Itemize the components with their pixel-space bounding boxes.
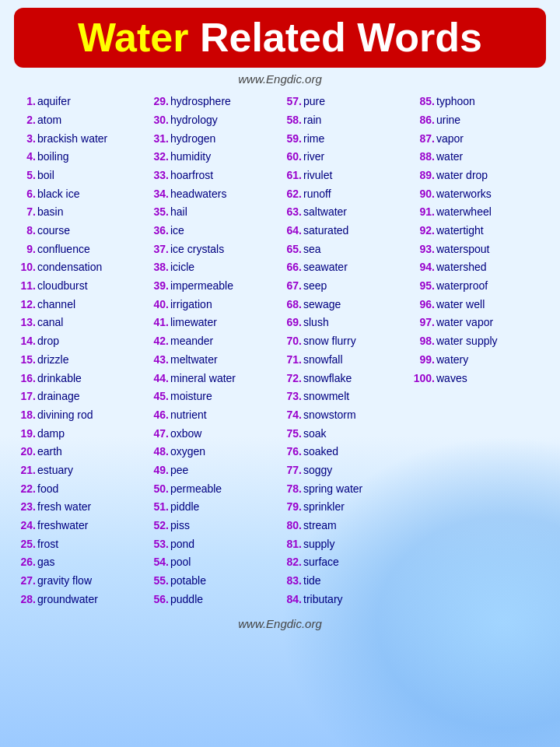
list-item: 60.river (280, 149, 413, 166)
list-item: 41.limewater (147, 314, 280, 331)
word-number: 81. (280, 536, 302, 553)
word-number: 55. (147, 573, 169, 590)
word-text: earth (37, 444, 62, 461)
list-item: 52.piss (147, 517, 280, 535)
word-number: 58. (280, 112, 302, 129)
list-item: 58.rain (280, 112, 413, 129)
word-text: limewater (170, 314, 217, 331)
word-number: 21. (14, 462, 36, 479)
word-text: ice crystals (170, 241, 224, 258)
word-number: 74. (280, 407, 302, 424)
word-number: 46. (147, 407, 169, 424)
word-number: 99. (413, 352, 435, 369)
word-text: oxygen (170, 444, 205, 461)
list-item: 62.runoff (280, 186, 413, 203)
list-item: 99.watery (413, 352, 546, 369)
list-item: 2.atom (14, 112, 147, 129)
list-item: 35.hail (147, 204, 280, 221)
word-text: drainage (37, 388, 80, 405)
word-number: 66. (280, 259, 302, 276)
list-item: 40.irrigation (147, 296, 280, 314)
word-number: 25. (14, 536, 36, 553)
word-number: 92. (413, 223, 435, 240)
word-number: 22. (14, 481, 36, 498)
word-number: 4. (14, 149, 36, 166)
list-item: 6.black ice (14, 186, 147, 203)
list-item: 90.waterworks (413, 186, 546, 203)
list-item: 15.drizzle (14, 352, 147, 369)
list-item: 72.snowflake (280, 370, 413, 388)
word-text: waterspout (436, 241, 489, 258)
word-text: pond (170, 536, 194, 553)
word-text: soak (303, 426, 327, 443)
word-text: sewage (303, 296, 341, 314)
word-number: 75. (280, 426, 302, 443)
list-item: 33.hoarfrost (147, 167, 280, 184)
word-number: 13. (14, 314, 36, 331)
word-number: 90. (413, 186, 435, 203)
word-number: 26. (14, 554, 36, 571)
word-number: 32. (147, 149, 169, 166)
word-number: 15. (14, 352, 36, 369)
word-number: 89. (413, 167, 435, 184)
word-number: 71. (280, 352, 302, 369)
word-column-3: 57.pure58.rain59.rime60.river61.rivulet6… (280, 93, 413, 608)
list-item: 66.seawater (280, 259, 413, 276)
word-text: fresh water (37, 499, 91, 516)
word-number: 76. (280, 444, 302, 461)
list-item: 80.stream (280, 517, 413, 535)
list-item: 85.typhoon (413, 93, 546, 110)
word-column-1: 1.aquifer2.atom3.brackish water4.boiling… (14, 93, 147, 608)
word-number: 27. (14, 573, 36, 590)
word-number: 50. (147, 481, 169, 498)
list-item: 71.snowfall (280, 352, 413, 369)
word-number: 39. (147, 278, 169, 295)
word-number: 48. (147, 444, 169, 461)
word-number: 20. (14, 444, 36, 461)
list-item: 88.water (413, 149, 546, 166)
word-text: black ice (37, 186, 79, 203)
word-text: mineral water (170, 370, 236, 388)
word-text: divining rod (37, 407, 93, 424)
word-number: 1. (14, 93, 36, 110)
word-number: 52. (147, 517, 169, 535)
list-item: 98.water supply (413, 333, 546, 350)
word-text: surface (303, 554, 339, 571)
word-number: 83. (280, 573, 302, 590)
word-text: seawater (303, 259, 348, 276)
list-item: 82.surface (280, 554, 413, 571)
word-text: oxbow (170, 426, 201, 443)
list-item: 77.soggy (280, 462, 413, 479)
list-item: 51.piddle (147, 499, 280, 516)
word-number: 3. (14, 131, 36, 148)
list-item: 45.moisture (147, 388, 280, 405)
word-number: 88. (413, 149, 435, 166)
word-text: icicle (170, 259, 194, 276)
word-text: seep (303, 278, 327, 295)
word-number: 35. (147, 204, 169, 221)
word-text: canal (37, 314, 63, 331)
list-item: 23.fresh water (14, 499, 147, 516)
word-number: 31. (147, 131, 169, 148)
list-item: 47.oxbow (147, 426, 280, 443)
word-text: slush (303, 314, 329, 331)
list-item: 48.oxygen (147, 444, 280, 461)
word-number: 6. (14, 186, 36, 203)
word-text: watershed (436, 259, 487, 276)
word-text: saltwater (303, 204, 347, 221)
word-number: 87. (413, 131, 435, 148)
list-item: 59.rime (280, 131, 413, 148)
word-number: 53. (147, 536, 169, 553)
word-text: water supply (436, 333, 498, 350)
word-number: 86. (413, 112, 435, 129)
word-number: 91. (413, 204, 435, 221)
list-item: 76.soaked (280, 444, 413, 461)
word-number: 69. (280, 314, 302, 331)
word-text: basin (37, 204, 63, 221)
word-text: water drop (436, 167, 488, 184)
list-item: 13.canal (14, 314, 147, 331)
list-item: 93.waterspout (413, 241, 546, 258)
word-number: 5. (14, 167, 36, 184)
word-number: 54. (147, 554, 169, 571)
word-text: rivulet (303, 167, 332, 184)
